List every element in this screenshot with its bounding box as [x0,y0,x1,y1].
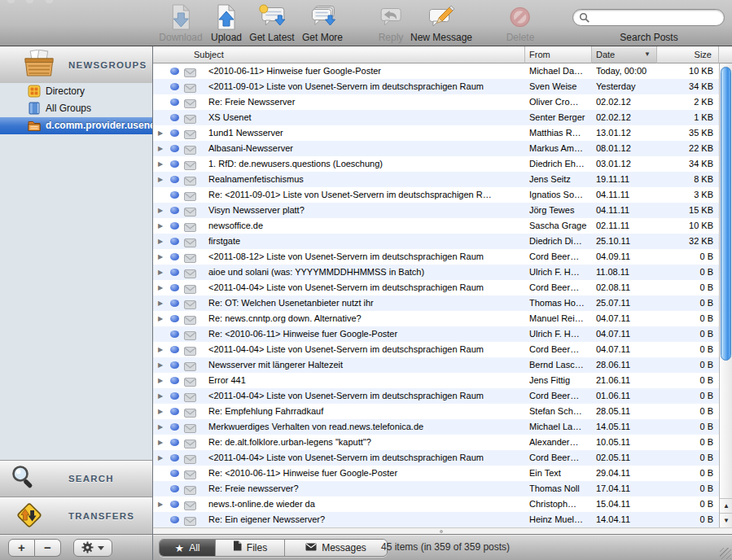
disclosure-triangle-icon[interactable]: ▶ [158,357,163,373]
disclosure-triangle-icon[interactable]: ▶ [158,295,163,311]
table-row[interactable]: ▶ <2011-04-04> Liste von Usenet-Servern … [153,280,719,295]
unread-dot-icon [170,315,179,322]
disclosure-triangle-icon[interactable]: ▶ [158,218,163,234]
table-row[interactable]: ▶ Realnamenfetischismus Jens Seitz 19.11… [153,172,719,187]
date-cell: 28.05.11 [596,404,656,419]
table-row[interactable]: ▶ Re: Empfehlung Fahrradkauf Stefan Sch…… [153,404,719,419]
column-header-size[interactable]: Size [657,46,719,63]
filter-files-button[interactable]: Files [216,540,285,556]
add-button[interactable]: + [8,539,35,557]
filter-messages-button[interactable]: Messages [285,540,387,556]
sidebar-item-group[interactable]: d.comm.provider.usenet [0,117,153,134]
table-row[interactable]: ▶ <2010-06-11> Hinweise fuer Google-Post… [153,63,719,79]
unread-dot-icon [170,284,179,291]
vertical-scroll-thumb[interactable] [721,67,731,361]
reply-button[interactable]: Reply [379,3,404,43]
window-zoom-button[interactable] [46,0,53,3]
get-latest-button[interactable]: Get Latest [249,3,294,43]
disclosure-triangle-icon[interactable]: ▶ [158,203,163,218]
table-row[interactable]: ▶ Re: <2010-06-11> Hinweise fuer Google-… [153,326,719,342]
disclosure-triangle-icon[interactable]: ▶ [158,172,163,187]
table-row[interactable]: ▶ Re: Freie Newsserver Oliver Cro… 02.02… [153,94,719,110]
remove-button[interactable]: − [35,539,61,557]
search-input[interactable] [593,11,719,24]
table-row[interactable]: ▶ Re: Ein eigener Newsserver? Heinz Muel… [153,512,719,527]
unread-dot-icon [170,253,179,260]
disclosure-triangle-icon[interactable]: ▶ [158,419,163,435]
search-posts-field[interactable] [572,9,725,26]
action-menu-button[interactable] [73,539,112,557]
disclosure-triangle-icon[interactable]: ▶ [158,311,163,326]
table-row[interactable]: ▶ 1und1 Newsserver Matthias R… 13.01.12 … [153,125,719,141]
horizontal-scrollbar[interactable] [153,527,732,534]
disclosure-triangle-icon[interactable]: ▶ [158,234,163,249]
disclosure-triangle-icon[interactable]: ▶ [158,280,163,295]
disclosure-triangle-icon[interactable]: ▶ [158,435,163,450]
table-row[interactable]: ▶ Re: Freie newsserver? Thomas Noll 17.0… [153,481,719,497]
table-row[interactable]: ▶ Visyn Newsserver platt? Jörg Tewes 04.… [153,203,719,218]
unread-dot-icon [170,361,179,369]
from-cell: Sascha Grage [529,218,591,234]
sidebar-section-search[interactable]: SEARCH [0,460,153,497]
scroll-up-arrow[interactable]: ▲ [720,498,732,513]
disclosure-triangle-icon[interactable]: ▶ [158,249,163,265]
column-header-date[interactable]: Date ▼ [592,46,657,63]
new-message-button[interactable]: New Message [410,3,472,43]
window-close-button[interactable] [7,0,15,3]
disclosure-triangle-icon[interactable]: ▶ [158,404,163,419]
disclosure-triangle-icon[interactable]: ▶ [158,497,163,512]
disclosure-triangle-icon[interactable]: ▶ [158,342,163,357]
sidebar-section-newsgroups[interactable]: NEWSGROUPS [0,46,153,83]
vertical-scrollbar[interactable]: ▲ ▼ [719,63,732,527]
table-row[interactable]: ▶ <2011-04-04> Liste von Usenet-Servern … [153,450,719,466]
delete-button[interactable]: Delete [506,3,535,43]
size-cell: 0 B [658,404,713,419]
table-row[interactable]: ▶ <2011-08-12> Liste von Usenet-Servern … [153,249,719,265]
table-row[interactable]: ▶ firstgate Diedrich Di… 25.10.11 32 KB [153,234,719,249]
table-row[interactable]: ▶ news.t-online.de wieder da Christoph… … [153,497,719,512]
table-row[interactable]: ▶ Re: OT: Welchen Usenetanbieter nutzt i… [153,295,719,311]
disclosure-triangle-icon[interactable]: ▶ [158,388,163,404]
unread-dot-icon [170,470,179,477]
get-more-button[interactable]: Get More [302,3,343,43]
table-row[interactable]: ▶ Re: news.cnntp.org down. Alternative? … [153,311,719,326]
date-cell: 01.06.11 [596,388,656,404]
horizontal-scroll-thumb[interactable] [440,530,443,533]
table-row[interactable]: ▶ Re: <2010-06-11> Hinweise fuer Google-… [153,466,719,481]
table-row[interactable]: ▶ Re: <2011-09-01> Liste von Usenet-Serv… [153,187,719,203]
window-minimize-button[interactable] [26,0,33,3]
disclosure-triangle-icon[interactable]: ▶ [158,373,163,388]
resize-grip[interactable] [720,548,731,559]
table-row[interactable]: ▶ Error 441 Jens Fittig 21.06.11 0 B [153,373,719,388]
column-header-from[interactable]: From [525,46,592,63]
table-row[interactable]: ▶ Re: de.alt.folklore.urban-legens "kapu… [153,435,719,450]
download-button[interactable]: Download [159,3,202,43]
date-cell: 19.11.11 [596,172,656,187]
disclosure-triangle-icon[interactable]: ▶ [158,265,163,280]
from-cell: Ulrich F. H… [529,265,591,280]
disclosure-triangle-icon[interactable]: ▶ [158,450,163,466]
filter-all-button[interactable]: ★ All [160,540,216,556]
disclosure-triangle-icon[interactable]: ▶ [158,156,163,172]
disclosure-triangle-icon[interactable]: ▶ [158,141,163,156]
sidebar-item-directory[interactable]: Directory [0,83,153,100]
table-row[interactable]: ▶ 1. RfD: de.newusers.questions (Loeschu… [153,156,719,172]
size-cell: 0 B [658,342,713,357]
column-header-subject[interactable]: Subject [153,46,525,63]
table-row[interactable]: ▶ Albasani-Newsserver Markus Am… 08.01.1… [153,141,719,156]
scroll-down-arrow[interactable]: ▼ [720,513,732,527]
table-row[interactable]: ▶ <2011-09-01> Liste von Usenet-Servern … [153,79,719,94]
upload-button[interactable]: Upload [211,3,242,43]
table-row[interactable]: ▶ aioe und solani (was: YYYYMMDDHHMMSS i… [153,265,719,280]
newsgroup-folder-icon [28,119,41,138]
table-row[interactable]: ▶ <2011-04-04> Liste von Usenet-Servern … [153,388,719,404]
sidebar-section-transfers[interactable]: TRANSFERS [0,497,153,534]
sidebar-item-all-groups[interactable]: All Groups [0,100,153,117]
size-cell: 34 KB [658,156,713,172]
table-row[interactable]: ▶ Merkwuerdiges Verhalten von read.news.… [153,419,719,435]
disclosure-triangle-icon[interactable]: ▶ [158,125,163,141]
table-row[interactable]: ▶ <2011-04-04> Liste von Usenet-Servern … [153,342,719,357]
table-row[interactable]: ▶ Newsserver mit längerer Haltezeit Bern… [153,357,719,373]
table-row[interactable]: ▶ newsoffice.de Sascha Grage 02.11.11 10… [153,218,719,234]
table-row[interactable]: ▶ XS Usenet Senter Berger 02.02.12 1 KB [153,110,719,125]
